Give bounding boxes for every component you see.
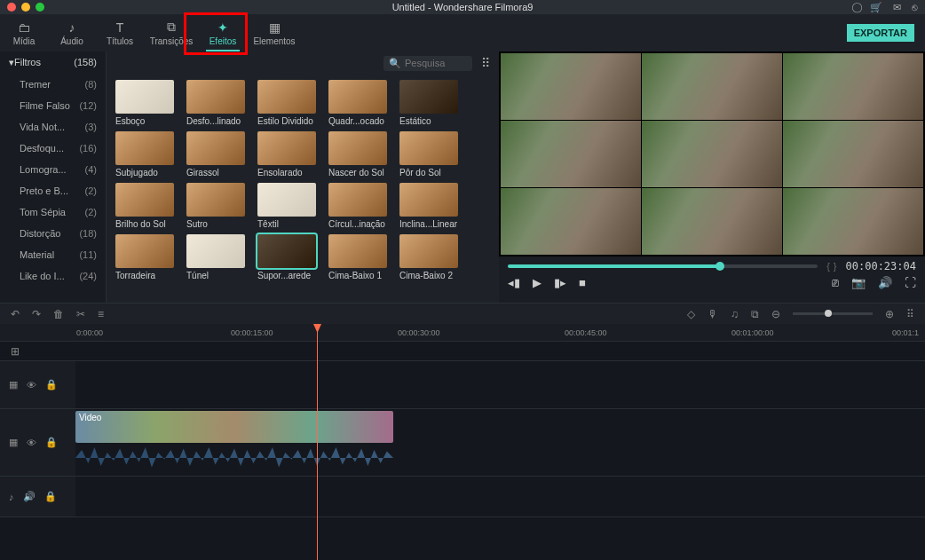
- effect-item[interactable]: Estático: [399, 80, 467, 126]
- track-body-video[interactable]: Video: [75, 409, 925, 476]
- timeline-options-icon[interactable]: ⠿: [906, 308, 914, 320]
- sidebar-header-filtros[interactable]: ▾Filtros (158): [0, 51, 106, 74]
- sidebar-item[interactable]: Tom Sépia(2): [0, 201, 106, 223]
- visibility-icon[interactable]: 👁: [27, 438, 36, 448]
- split-icon[interactable]: ✂: [76, 308, 85, 320]
- effect-item[interactable]: Quadr...ocado: [328, 80, 396, 126]
- preview-video[interactable]: [499, 51, 925, 256]
- sidebar-item[interactable]: Preto e B...(2): [0, 180, 106, 201]
- lock-icon[interactable]: 🔒: [44, 491, 57, 502]
- timeline: 0:00:0000:00:15:0000:00:30:0000:00:45:00…: [0, 324, 925, 560]
- track-head-overlay: ▦ 👁 🔒: [0, 361, 75, 408]
- mute-icon[interactable]: 🔊: [23, 491, 36, 502]
- effect-item[interactable]: Desfo...linado: [186, 80, 254, 126]
- sidebar-item[interactable]: Lomogra...(4): [0, 159, 106, 180]
- delete-icon[interactable]: 🗑: [53, 308, 64, 320]
- effect-label: Estático: [399, 116, 467, 126]
- zoom-slider[interactable]: [793, 312, 873, 315]
- effect-thumbnail: [399, 234, 458, 268]
- volume-icon[interactable]: 🔊: [878, 276, 892, 289]
- effect-item[interactable]: Nascer do Sol: [328, 131, 396, 177]
- effect-item[interactable]: Sutro: [186, 183, 254, 229]
- prev-frame-button[interactable]: ◂▮: [508, 276, 520, 289]
- effect-item[interactable]: Torradeira: [115, 234, 183, 280]
- main-toolbar: 🗀Mídia ♪Áudio TTítulos ⧉Transições ✦Efei…: [0, 14, 925, 51]
- track-body-audio[interactable]: [75, 477, 925, 517]
- effect-thumbnail: [328, 131, 387, 165]
- audio-mix-icon[interactable]: ♫: [731, 308, 739, 320]
- lock-icon[interactable]: 🔒: [45, 437, 58, 448]
- effect-item[interactable]: Ensolarado: [257, 131, 325, 177]
- export-button[interactable]: EXPORTAR: [847, 24, 914, 42]
- effect-item[interactable]: Brilho do Sol: [115, 183, 183, 229]
- lock-icon[interactable]: 🔒: [45, 379, 58, 390]
- sidebar-item[interactable]: Vida Not...(3): [0, 116, 106, 138]
- mail-icon[interactable]: ✉: [893, 2, 901, 13]
- preview-seek-bar[interactable]: [508, 264, 818, 268]
- effect-item[interactable]: Subjugado: [115, 131, 183, 177]
- crop-icon[interactable]: ⧉: [751, 308, 759, 320]
- next-frame-button[interactable]: ▮▸: [554, 276, 566, 289]
- adjust-icon[interactable]: ≡: [98, 308, 104, 320]
- playhead[interactable]: [317, 324, 318, 560]
- audio-waveform[interactable]: [75, 445, 393, 471]
- sidebar-item[interactable]: Filme Falso(12): [0, 95, 106, 116]
- video-track-icon[interactable]: ▦: [9, 437, 18, 448]
- tab-elementos[interactable]: ▦Elementos: [247, 14, 302, 51]
- display-icon[interactable]: ⎚: [832, 276, 839, 289]
- zoom-out-icon[interactable]: ⊖: [771, 308, 780, 320]
- record-icon[interactable]: 🎙: [708, 308, 718, 320]
- effect-item[interactable]: Cima-Baixo 1: [328, 234, 396, 280]
- play-button[interactable]: ▶: [533, 276, 542, 289]
- audio-track-icon[interactable]: ♪: [9, 492, 14, 502]
- search-box[interactable]: 🔍: [383, 56, 472, 71]
- effect-thumbnail: [399, 131, 458, 165]
- maximize-window[interactable]: [36, 3, 44, 12]
- search-input[interactable]: [405, 58, 467, 68]
- tab-transicoes[interactable]: ⧉Transições: [144, 14, 199, 51]
- sidebar-item-count: (11): [79, 249, 97, 260]
- stop-button[interactable]: ■: [579, 276, 586, 289]
- window-title: Untitled - Wondershare Filmora9: [392, 2, 534, 12]
- marker-icons[interactable]: {}: [826, 261, 836, 272]
- effect-item[interactable]: Círcul...inação: [328, 183, 396, 229]
- effect-item[interactable]: Túnel: [186, 234, 254, 280]
- undo-icon[interactable]: ↶: [11, 308, 20, 320]
- effect-item[interactable]: Têxtil: [257, 183, 325, 229]
- visibility-icon[interactable]: 👁: [27, 380, 36, 390]
- sidebar-item[interactable]: Distorção(18): [0, 223, 106, 244]
- snapshot-icon[interactable]: 📷: [851, 276, 866, 289]
- close-window[interactable]: [7, 3, 16, 12]
- effect-item[interactable]: Esboço: [115, 80, 183, 126]
- tab-audio[interactable]: ♪Áudio: [48, 14, 96, 51]
- effect-label: Ensolarado: [257, 168, 325, 177]
- redo-icon[interactable]: ↷: [32, 308, 41, 320]
- effect-item[interactable]: Pôr do Sol: [399, 131, 467, 177]
- effect-item[interactable]: Estilo Dividido: [257, 80, 325, 126]
- tab-titulos[interactable]: TTítulos: [96, 14, 144, 51]
- tab-midia[interactable]: 🗀Mídia: [0, 14, 48, 51]
- track-body-overlay[interactable]: [75, 361, 925, 408]
- video-clip[interactable]: Video: [75, 411, 393, 443]
- sidebar-item[interactable]: Like do I...(24): [0, 265, 106, 287]
- overlay-track-icon[interactable]: ▦: [9, 379, 18, 390]
- effect-label: Quadr...ocado: [328, 116, 396, 126]
- effect-item[interactable]: Girassol: [186, 131, 254, 177]
- add-track-icon[interactable]: ⊞: [11, 345, 20, 358]
- effect-item[interactable]: Supor...arede: [257, 234, 325, 280]
- zoom-in-icon[interactable]: ⊕: [885, 308, 894, 320]
- effect-item[interactable]: Cima-Baixo 2: [399, 234, 467, 280]
- minimize-window[interactable]: [21, 3, 30, 12]
- effect-item[interactable]: Inclina...Linear: [399, 183, 467, 229]
- fullscreen-icon[interactable]: ⛶: [905, 276, 916, 289]
- sidebar-item[interactable]: Material(11): [0, 244, 106, 265]
- tab-efeitos[interactable]: ✦Efeitos: [199, 14, 247, 51]
- menu-icon[interactable]: ⎋: [912, 2, 918, 13]
- sidebar-item-label: Tremer: [20, 79, 51, 90]
- grid-view-icon[interactable]: ⠿: [481, 56, 490, 70]
- timeline-ruler[interactable]: 0:00:0000:00:15:0000:00:30:0000:00:45:00…: [0, 324, 925, 342]
- cart-icon[interactable]: 🛒: [870, 2, 882, 13]
- marker-icon[interactable]: ◇: [687, 308, 695, 320]
- sidebar-item[interactable]: Desfoqu...(16): [0, 138, 106, 159]
- sidebar-item[interactable]: Tremer(8): [0, 74, 106, 95]
